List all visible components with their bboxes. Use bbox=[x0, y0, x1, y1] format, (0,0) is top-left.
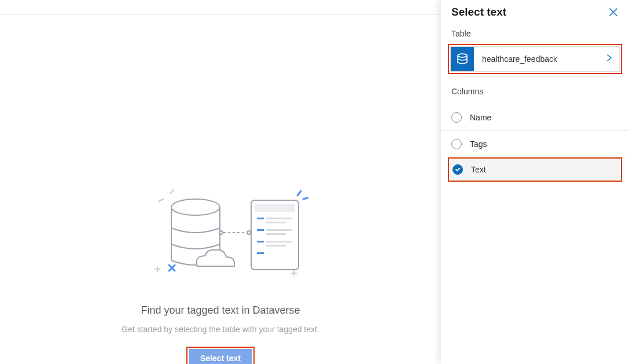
chevron-right-icon bbox=[606, 54, 619, 64]
main-heading: Find your tagged text in Dataverse bbox=[141, 304, 300, 317]
svg-rect-10 bbox=[266, 229, 292, 231]
svg-rect-8 bbox=[266, 222, 286, 223]
column-label: Text bbox=[463, 165, 486, 174]
database-icon bbox=[451, 47, 474, 71]
svg-point-3 bbox=[247, 231, 251, 234]
radio-checked-icon bbox=[453, 164, 463, 175]
column-list: Name Tags Text bbox=[441, 104, 629, 182]
panel-header: Select text bbox=[441, 6, 629, 25]
svg-rect-13 bbox=[266, 241, 292, 242]
svg-rect-9 bbox=[257, 229, 264, 231]
svg-rect-5 bbox=[255, 204, 295, 212]
svg-rect-12 bbox=[257, 241, 264, 242]
divider bbox=[0, 14, 441, 15]
select-text-button[interactable]: Select text bbox=[189, 349, 252, 364]
highlight-box-table: healthcare_feedback bbox=[448, 44, 622, 74]
svg-rect-15 bbox=[257, 252, 264, 254]
column-row-text[interactable]: Text bbox=[448, 157, 622, 182]
table-name: healthcare_feedback bbox=[474, 54, 606, 64]
column-label: Name bbox=[462, 113, 491, 122]
svg-rect-7 bbox=[266, 218, 292, 219]
select-text-panel: Select text Table healthcare_feedback bbox=[441, 0, 629, 364]
main-area: Find your tagged text in Dataverse Get s… bbox=[0, 0, 441, 364]
panel-title: Select text bbox=[451, 6, 506, 19]
svg-rect-11 bbox=[266, 233, 286, 235]
close-button[interactable] bbox=[608, 7, 619, 17]
radio-unchecked-icon bbox=[451, 139, 462, 149]
table-selector[interactable]: healthcare_feedback bbox=[450, 46, 620, 72]
svg-point-0 bbox=[171, 199, 220, 215]
main-subtext: Get started by selecting the table with … bbox=[122, 325, 319, 334]
svg-rect-6 bbox=[257, 218, 264, 219]
column-row-tags[interactable]: Tags bbox=[441, 131, 629, 157]
columns-section-label: Columns bbox=[441, 83, 629, 102]
svg-point-1 bbox=[219, 231, 223, 234]
radio-unchecked-icon bbox=[451, 112, 462, 123]
table-section-label: Table bbox=[441, 25, 629, 44]
svg-point-16 bbox=[458, 54, 467, 57]
column-label: Tags bbox=[462, 139, 487, 149]
dataverse-illustration bbox=[131, 185, 310, 284]
svg-rect-14 bbox=[266, 245, 286, 247]
column-row-name[interactable]: Name bbox=[441, 104, 629, 131]
highlight-box-select-text: Select text bbox=[186, 347, 255, 364]
close-icon bbox=[609, 8, 617, 16]
